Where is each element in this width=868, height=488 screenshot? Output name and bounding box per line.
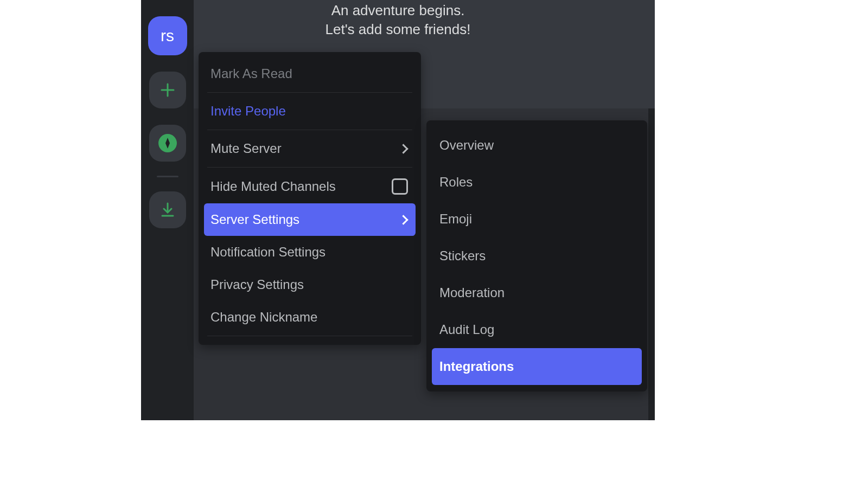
server-settings-submenu: Overview Roles Emoji Stickers Moderation…	[426, 120, 647, 391]
menu-label: Mute Server	[210, 141, 282, 156]
welcome-banner-text: An adventure begins. Let's add some frie…	[141, 0, 655, 39]
download-apps-button[interactable]	[149, 191, 186, 228]
submenu-overview[interactable]: Overview	[432, 127, 642, 164]
add-server-button[interactable]	[149, 72, 186, 108]
menu-change-nickname[interactable]: Change Nickname	[204, 301, 416, 333]
menu-mark-as-read[interactable]: Mark As Read	[204, 57, 416, 90]
checkbox-unchecked-icon[interactable]	[392, 178, 408, 195]
submenu-roles[interactable]: Roles	[432, 164, 642, 201]
menu-privacy-settings[interactable]: Privacy Settings	[204, 268, 416, 301]
menu-label: Change Nickname	[210, 310, 317, 325]
server-initials: rs	[161, 27, 174, 45]
chevron-right-icon	[398, 215, 408, 224]
rail-divider	[157, 176, 178, 177]
menu-separator	[207, 130, 412, 130]
server-rail: rs	[141, 0, 194, 420]
svg-point-4	[166, 142, 169, 145]
submenu-label: Roles	[439, 175, 473, 189]
discord-window: An adventure begins. Let's add some frie…	[141, 0, 655, 420]
submenu-label: Moderation	[439, 285, 505, 300]
submenu-label: Integrations	[439, 359, 514, 374]
server-avatar[interactable]: rs	[148, 16, 187, 55]
submenu-emoji[interactable]: Emoji	[432, 201, 642, 237]
menu-label: Server Settings	[210, 212, 299, 227]
menu-label: Notification Settings	[210, 245, 326, 260]
submenu-label: Audit Log	[439, 322, 494, 337]
explore-servers-button[interactable]	[149, 125, 186, 162]
submenu-label: Overview	[439, 138, 494, 152]
menu-notification-settings[interactable]: Notification Settings	[204, 236, 416, 268]
banner-line-1: An adventure begins.	[331, 2, 465, 18]
menu-label: Hide Muted Channels	[210, 179, 336, 194]
menu-label: Invite People	[210, 104, 286, 119]
menu-separator	[207, 336, 412, 336]
submenu-label: Emoji	[439, 211, 472, 226]
menu-invite-people[interactable]: Invite People	[204, 95, 416, 127]
menu-separator	[207, 92, 412, 93]
banner-line-2: Let's add some friends!	[326, 21, 471, 37]
compass-icon	[158, 133, 177, 153]
menu-label: Mark As Read	[210, 66, 292, 81]
submenu-moderation[interactable]: Moderation	[432, 274, 642, 311]
menu-separator	[207, 167, 412, 168]
download-icon	[159, 201, 176, 219]
server-context-menu: Mark As Read Invite People Mute Server H…	[199, 52, 421, 345]
plus-icon	[159, 81, 176, 99]
chevron-right-icon	[398, 144, 408, 153]
menu-mute-server[interactable]: Mute Server	[204, 132, 416, 165]
submenu-audit-log[interactable]: Audit Log	[432, 311, 642, 348]
submenu-label: Stickers	[439, 248, 486, 263]
menu-label: Privacy Settings	[210, 277, 304, 292]
submenu-integrations[interactable]: Integrations	[432, 348, 642, 385]
menu-server-settings[interactable]: Server Settings	[204, 203, 416, 236]
menu-hide-muted-channels[interactable]: Hide Muted Channels	[204, 170, 416, 203]
submenu-stickers[interactable]: Stickers	[432, 237, 642, 274]
